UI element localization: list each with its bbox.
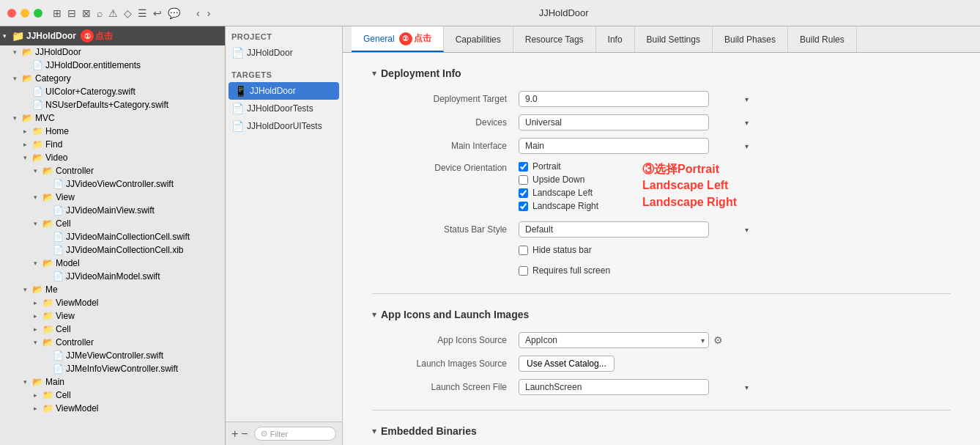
launch-images-source-row: Launch Images Source Use Asset Catalog..… xyxy=(372,356,951,372)
file-tree-cell3[interactable]: 📁 Cell xyxy=(0,389,225,402)
file-tree-main[interactable]: 📂 Main xyxy=(0,375,225,389)
project-item-root[interactable]: 📄 JJHoldDoor xyxy=(226,44,342,62)
file-tree-controller[interactable]: 📂 Controller xyxy=(0,164,225,177)
file-tree-viewmodel2[interactable]: 📁 ViewModel xyxy=(0,402,225,415)
status-bar-style-select[interactable]: Default Light Content xyxy=(519,221,709,238)
search-icon[interactable]: ⌕ xyxy=(97,7,103,19)
tab-general[interactable]: General ② 点击 xyxy=(352,26,444,52)
app-icons-title: App Icons and Launch Images xyxy=(381,309,529,320)
hide-status-bar-control: Hide status bar xyxy=(519,245,592,255)
tab-build-phases[interactable]: Build Phases xyxy=(713,26,788,52)
file-tree-view2[interactable]: 📁 View xyxy=(0,309,225,323)
target-item-jjholddoor[interactable]: 📱 JJHoldDoor xyxy=(229,82,339,100)
sidebar-toggle-icon[interactable]: ⊞ xyxy=(53,7,62,19)
file-tree-jjme-vc[interactable]: 📄 JJMeViewController.swift xyxy=(0,349,225,362)
use-asset-catalog-button[interactable]: Use Asset Catalog... xyxy=(519,356,615,372)
devices-label: Devices xyxy=(372,117,519,128)
close-button[interactable] xyxy=(7,9,16,18)
requires-full-screen-control: Requires full screen xyxy=(519,265,610,276)
file-tree-jjvideo-cell-swift[interactable]: 📄 JJVideoMainCollectionCell.swift xyxy=(0,230,225,243)
file-tree-find[interactable]: 📁 Find xyxy=(0,138,225,151)
landscape-right-label: Landscape Right xyxy=(532,201,598,211)
tab-build-rules[interactable]: Build Rules xyxy=(788,26,857,52)
settings-content: ▾ Deployment Info Deployment Target 9.0 … xyxy=(343,53,980,445)
file-tree-jjvideo-cell-xib[interactable]: 📄 JJVideoMainCollectionCell.xib xyxy=(0,243,225,257)
hide-status-bar-checkbox[interactable] xyxy=(519,246,528,255)
landscape-left-row: Landscape Left xyxy=(519,188,598,198)
file-tree-jjvideo-vc[interactable]: 📄 JJVideoViewController.swift xyxy=(0,177,225,191)
main-interface-select[interactable]: Main xyxy=(519,138,709,154)
file-tree-mvc[interactable]: 📂 MVC xyxy=(0,111,225,125)
title-bar: ⊞ ⊟ ⊠ ⌕ ⚠ ◇ ☰ ↩ 💬 ‹ › JJHoldDoor xyxy=(0,0,980,26)
file-tree-entitlements[interactable]: 📄 JJHoldDoor.entitlements xyxy=(0,59,225,72)
add-target-button[interactable]: + xyxy=(231,428,238,440)
requires-full-screen-checkbox[interactable] xyxy=(519,266,528,276)
tab-build-settings[interactable]: Build Settings xyxy=(635,26,713,52)
nav-back-button[interactable]: ‹ xyxy=(193,6,203,21)
app-icons-source-label: App Icons Source xyxy=(372,335,519,345)
target-item-uitests[interactable]: 📄 JJHoldDoorUITests xyxy=(226,117,342,135)
nav-forward-button[interactable]: › xyxy=(204,6,214,21)
warning-icon[interactable]: ⚠ xyxy=(108,7,118,19)
filter-icon: ⊙ xyxy=(261,429,267,438)
toolbar-icon-3[interactable]: ⊠ xyxy=(82,7,91,19)
file-tree-viewmodel[interactable]: 📁 ViewModel xyxy=(0,296,225,309)
upside-down-checkbox[interactable] xyxy=(519,175,528,185)
file-tree-jjvideo-model[interactable]: 📄 JJVideoMainModel.swift xyxy=(0,270,225,283)
file-tree-category[interactable]: 📂 Category xyxy=(0,72,225,85)
back-icon[interactable]: ↩ xyxy=(153,7,162,19)
file-tree-home[interactable]: 📁 Home xyxy=(0,125,225,138)
launch-screen-file-row: Launch Screen File LaunchScreen ▾ xyxy=(372,379,951,395)
deployment-target-select[interactable]: 9.0 xyxy=(519,91,709,107)
tab-resource-tags[interactable]: Resource Tags xyxy=(513,26,596,52)
devices-select-wrapper: Universal iPhone iPad ▾ xyxy=(519,114,753,130)
app-icons-source-select[interactable]: AppIcon xyxy=(519,332,709,348)
file-tree-nsuserdefaults[interactable]: 📄 NSUserDefaults+Category.swift xyxy=(0,98,225,111)
tab-info[interactable]: Info xyxy=(596,26,635,52)
target-item-tests[interactable]: 📄 JJHoldDoorTests xyxy=(226,100,342,117)
file-tree-cell2[interactable]: 📁 Cell xyxy=(0,323,225,336)
remove-target-button[interactable]: − xyxy=(241,428,248,440)
add-remove-buttons: + − xyxy=(231,428,248,440)
main-interface-row: Main Interface Main ▾ xyxy=(372,138,951,154)
minimize-button[interactable] xyxy=(21,9,29,18)
file-tree-uicolor[interactable]: 📄 UIColor+Caterogy.swift xyxy=(0,85,225,98)
file-tree-video[interactable]: 📂 Video xyxy=(0,151,225,164)
deployment-info-title: Deployment Info xyxy=(381,67,461,79)
landscape-left-checkbox[interactable] xyxy=(519,188,528,198)
devices-select[interactable]: Universal iPhone iPad xyxy=(519,114,709,130)
deployment-target-control: 9.0 ▾ xyxy=(519,91,753,107)
app-icons-gear-button[interactable]: ⚙ xyxy=(713,334,723,346)
file-tree-cell[interactable]: 📂 Cell xyxy=(0,217,225,230)
project-file-icon: 📄 xyxy=(231,47,244,59)
list-icon[interactable]: ☰ xyxy=(138,7,147,19)
app-icons-source-control: AppIcon ▾ ⚙ xyxy=(519,332,753,348)
deployment-collapse-icon[interactable]: ▾ xyxy=(372,68,376,78)
maximize-button[interactable] xyxy=(34,9,42,18)
launch-screen-file-select[interactable]: LaunchScreen xyxy=(519,379,709,395)
file-tree: 📁 JJHoldDoor ① 点击 📂 JJHoldDoor 📄 JJHoldD… xyxy=(0,26,226,445)
file-tree-jjholddoor[interactable]: 📂 JJHoldDoor xyxy=(0,45,225,59)
panel-footer: + − ⊙ Filter xyxy=(226,422,342,445)
landscape-right-checkbox[interactable] xyxy=(519,202,528,211)
launch-screen-file-label: Launch Screen File xyxy=(372,382,519,392)
file-tree-model[interactable]: 📂 Model xyxy=(0,257,225,270)
comment-icon[interactable]: 💬 xyxy=(168,7,180,19)
bookmark-icon[interactable]: ◇ xyxy=(124,7,132,19)
root-label: JJHoldDoor xyxy=(26,31,76,41)
app-icons-collapse-icon[interactable]: ▾ xyxy=(372,309,376,320)
file-tree-view[interactable]: 📂 View xyxy=(0,191,225,204)
section-divider-1 xyxy=(372,293,951,294)
toolbar-icon-2[interactable]: ⊟ xyxy=(67,7,76,19)
embedded-binaries-collapse-icon[interactable]: ▾ xyxy=(372,426,376,436)
file-tree-me[interactable]: 📂 Me xyxy=(0,283,225,296)
filter-box[interactable]: ⊙ Filter xyxy=(254,427,336,441)
file-tree-root[interactable]: 📁 JJHoldDoor ① 点击 xyxy=(0,26,225,45)
tab-capabilities[interactable]: Capabilities xyxy=(444,26,513,52)
status-bar-style-control: Default Light Content ▾ xyxy=(519,221,753,238)
portrait-checkbox[interactable] xyxy=(519,162,528,172)
file-tree-jjvideo-view[interactable]: 📄 JJVideoMainView.swift xyxy=(0,204,225,217)
file-tree-jjme-info-vc[interactable]: 📄 JJMeInfoViewController.swift xyxy=(0,362,225,375)
file-tree-controller2[interactable]: 📂 Controller xyxy=(0,336,225,349)
embedded-binaries-header: ▾ Embedded Binaries xyxy=(372,425,951,437)
